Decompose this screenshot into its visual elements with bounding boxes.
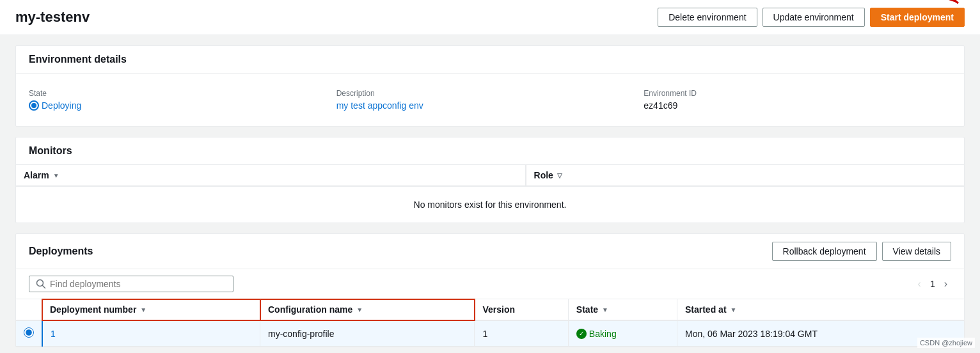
env-details-title: Environment details [29,54,127,65]
state-value: Deploying [42,100,81,111]
delete-environment-button[interactable]: Delete environment [658,8,757,27]
svg-line-3 [43,286,45,288]
state-cell: Baking [568,320,677,347]
deployment-number-col-header[interactable]: Deployment number ▼ [42,299,260,320]
role-col-header[interactable]: Role ▽ [526,165,964,186]
search-input[interactable] [50,279,226,289]
env-id-item: Environment ID ez41c69 [644,84,951,116]
deployments-section: Deployments Rollback deployment View det… [15,233,965,347]
deployments-table: Deployment number ▼ Configuration name ▼ [16,299,964,347]
description-label: Description [336,89,634,98]
row-radio[interactable] [24,327,34,338]
configuration-name-col-header[interactable]: Configuration name ▼ [260,299,475,320]
table-row[interactable]: 1 my-config-profile 1 Baking Mon, 06 Mar… [16,320,964,347]
monitors-table: Alarm ▼ Role ▽ N [16,165,964,223]
header-actions: Delete environment Update environment St… [658,8,965,27]
update-environment-button[interactable]: Update environment [763,8,865,27]
baking-icon [576,329,587,339]
monitors-empty-row: No monitors exist for this environment. [16,186,964,223]
deployments-toolbar: ‹ 1 › [16,269,964,299]
state-sort-icon: ▼ [602,306,608,313]
next-page-button[interactable]: › [940,277,951,291]
env-details-header: Environment details [16,46,964,74]
state-col-header[interactable]: State ▼ [568,299,677,320]
deployments-actions: Rollback deployment View details [772,242,951,261]
baking-text: Baking [589,329,617,339]
state-label: State [29,89,326,98]
row-select-col-header [16,299,42,320]
page-number: 1 [930,279,935,289]
search-box[interactable] [29,276,233,292]
deployments-table-container: Deployment number ▼ Configuration name ▼ [16,299,964,347]
config-name-sort-icon: ▼ [356,306,363,313]
start-deployment-button[interactable]: Start deployment [870,8,965,27]
monitors-empty-message: No monitors exist for this environment. [16,186,964,223]
deploying-icon [29,100,39,111]
deployments-title: Deployments [29,246,93,257]
environment-details-section: Environment details State Deploying Desc… [15,45,965,127]
env-details-grid: State Deploying Description my test appc… [29,84,951,116]
deployment-number-cell: 1 [42,320,260,347]
row-radio-cell[interactable] [16,320,42,347]
main-content: Environment details State Deploying Desc… [0,35,980,353]
watermark: CSDN @zhojiew [917,338,975,348]
monitors-section: Monitors Alarm ▼ Role [15,137,965,223]
deployment-number-sort-icon: ▼ [140,306,146,313]
env-id-label: Environment ID [644,89,941,98]
env-id-value: ez41c69 [644,100,941,111]
svg-line-1 [910,0,958,3]
prev-page-button[interactable]: ‹ [914,277,925,291]
monitors-header: Monitors [16,137,964,165]
alarm-col-header[interactable]: Alarm ▼ [16,165,526,186]
version-col-header[interactable]: Version [475,299,568,320]
search-icon [36,279,46,289]
page-title: my-testenv [15,9,90,26]
view-details-button[interactable]: View details [882,242,951,261]
started-at-sort-icon: ▼ [731,306,737,313]
env-details-body: State Deploying Description my test appc… [16,74,964,126]
role-sort-icon: ▽ [557,172,562,179]
page-header: my-testenv Delete environment Update env… [0,0,980,35]
configuration-name-cell: my-config-profile [260,320,475,347]
description-value[interactable]: my test appconfig env [336,100,634,111]
started-at-col-header[interactable]: Started at ▼ [677,299,964,320]
state-item: State Deploying [29,84,336,116]
pagination: ‹ 1 › [914,277,951,291]
monitors-body: Alarm ▼ Role ▽ N [16,165,964,223]
alarm-sort-icon: ▼ [53,172,59,179]
monitors-title: Monitors [29,145,72,156]
description-item: Description my test appconfig env [336,84,644,116]
state-badge: Deploying [29,100,326,111]
rollback-deployment-button[interactable]: Rollback deployment [772,242,877,261]
version-cell: 1 [475,320,568,347]
deployments-header: Deployments Rollback deployment View det… [16,234,964,269]
